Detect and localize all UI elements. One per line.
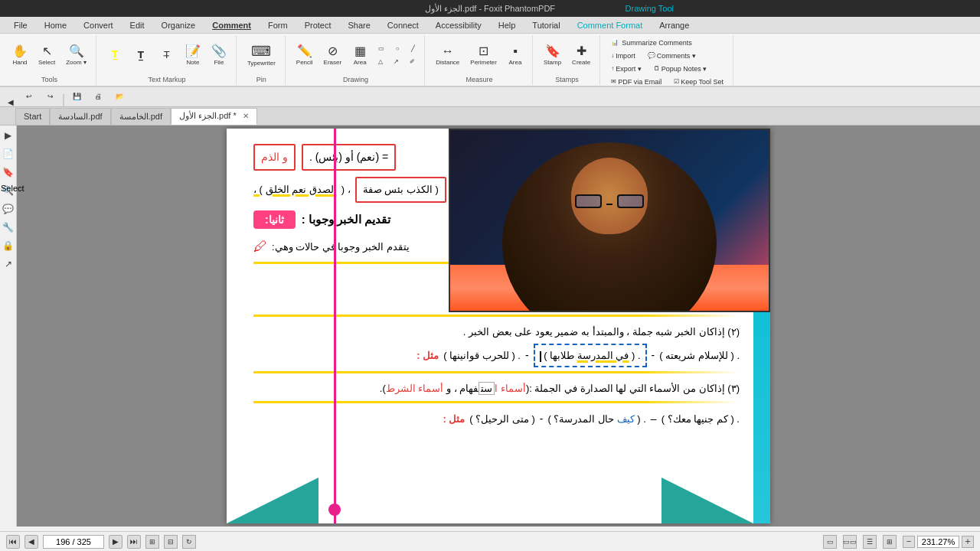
doc-tab-start[interactable]: Start [15, 108, 50, 125]
selected-example-box: . ( في المدرسة طلابها ) [534, 344, 647, 367]
case-3: (٣) إذاكان من الأسماء التي لها الصدارة ف… [253, 380, 747, 397]
eraser-btn[interactable]: ⊘ Eraser [319, 43, 347, 68]
summarize-comments-btn[interactable]: 📊 Summarize Comments [606, 37, 697, 49]
create-btn[interactable]: ✚ Create [567, 43, 595, 68]
left-nav-icon[interactable]: ▶ [2, 129, 15, 142]
typewriter-btn[interactable]: ⌨ Typewriter [243, 42, 280, 69]
summarize-icon: 📊 [611, 39, 619, 46]
rect-shape-btn[interactable]: ▭ [374, 43, 389, 54]
glass-bridge [606, 204, 613, 205]
group-drawing-label: Drawing [343, 76, 368, 83]
pencil2-shape-btn[interactable]: ✐ [405, 56, 420, 67]
left-tools-icon[interactable]: 🔧 [2, 220, 15, 234]
distance-btn[interactable]: ↔ Distance [431, 43, 464, 68]
import-btn[interactable]: ↓ Import [606, 50, 640, 62]
area-icon: ▪ [513, 45, 518, 57]
doc-tab-saadisa[interactable]: السادسة.pdf [50, 108, 110, 125]
tab-protect[interactable]: Protect [297, 19, 339, 31]
keep-tool-set-btn[interactable]: ☑ Keep Tool Set [669, 76, 728, 88]
export-btn[interactable]: ↑ Export ▾ [606, 63, 646, 75]
doc-tab-joz1[interactable]: الجزء الأول.pdf * ✕ [171, 108, 257, 125]
page-input[interactable] [43, 535, 104, 549]
cursor [540, 351, 541, 362]
poly-shape-btn[interactable]: △ [374, 56, 387, 67]
yellow-divider-3 [253, 371, 740, 373]
stamp-btn[interactable]: 🔖 Stamp [539, 43, 566, 68]
webcam-glasses [575, 194, 644, 210]
popup-notes-btn[interactable]: 🗒 Popup Notes ▾ [649, 63, 712, 75]
next-page-btn[interactable]: ▶ [109, 535, 122, 549]
perimeter-btn[interactable]: ⊡ Perimeter [466, 43, 501, 68]
underline-btn[interactable]: T̲ [129, 48, 153, 62]
area-btn[interactable]: ▪ Area [503, 43, 528, 68]
scroll-btn[interactable]: ☰ [863, 535, 877, 549]
math-label-3: مثل : [443, 413, 465, 425]
tab-convert[interactable]: Convert [76, 19, 121, 31]
left-search-icon[interactable]: 🔍 [2, 184, 15, 197]
first-page-btn[interactable]: ⏮ [6, 535, 20, 549]
zoom-input[interactable] [917, 536, 959, 548]
tab-help[interactable]: Help [491, 19, 524, 31]
tab-arrange[interactable]: Arrange [652, 19, 697, 31]
zoom-control: － ＋ [903, 536, 974, 548]
pencil-btn[interactable]: ✏️ Pencil [292, 43, 318, 68]
zoom-out-btn[interactable]: － [903, 536, 915, 548]
tab-organize[interactable]: Organize [154, 19, 204, 31]
circle-shape-btn[interactable]: ○ [390, 43, 404, 54]
tab-edit[interactable]: Edit [122, 19, 152, 31]
select-tool-btn[interactable]: ↖ Select [34, 43, 60, 68]
glass-right [575, 194, 602, 208]
left-page-icon[interactable]: 📄 [2, 147, 15, 161]
group-manage-comments: 📊 Summarize Comments ↓ Import 💬 Comments… [602, 35, 733, 85]
tab-accessibility[interactable]: Accessibility [428, 19, 489, 31]
fit-width-btn[interactable]: ⊟ [164, 535, 178, 549]
ribbon-content: ✋ Hand ↖ Select 🔍 Zoom ▾ Tools T̲ T̲ [0, 34, 980, 87]
group-text-markup-label: Text Markup [148, 76, 185, 83]
nav-prev-icon[interactable]: ◀ [3, 98, 18, 106]
status-bar: ⏮ ◀ ▶ ⏭ ⊞ ⊟ ↻ ▭ ▭▭ ☰ ⊞ － ＋ [0, 531, 980, 551]
left-comment-icon[interactable]: 💬 [2, 202, 15, 216]
doc-tab-close-btn[interactable]: ✕ [243, 112, 249, 120]
tab-form[interactable]: Form [260, 19, 296, 31]
tab-connect[interactable]: Connect [380, 19, 426, 31]
comments-btn[interactable]: 💬 Comments ▾ [643, 50, 701, 62]
tab-tutorial[interactable]: Tutorial [524, 19, 567, 31]
area-highlight-btn[interactable]: ▦ Area [348, 43, 372, 68]
two-page-btn[interactable]: ▭▭ [843, 535, 857, 549]
pink-circle [328, 504, 341, 516]
case-2-examples: . ( للإسلام شريعته ) - . ( في المدرسة طل… [253, 344, 747, 367]
last-page-btn[interactable]: ⏭ [127, 535, 141, 549]
save-btn[interactable]: 💾 [66, 86, 87, 106]
open-btn[interactable]: 📂 [109, 86, 130, 106]
pdf-via-email-btn[interactable]: ✉ PDF via Email [606, 76, 666, 88]
line-shape-btn[interactable]: ╱ [406, 43, 420, 54]
file-btn[interactable]: 📎 File [207, 43, 231, 68]
highlight-btn[interactable]: T̲ [103, 47, 127, 63]
rotate-btn[interactable]: ↻ [182, 535, 196, 549]
hand-tool-btn[interactable]: ✋ Hand [8, 43, 32, 68]
print-btn[interactable]: 🖨 [87, 86, 109, 106]
left-bookmark-icon[interactable]: 🔖 [2, 165, 15, 179]
group-drawing: ✏️ Pencil ⊘ Eraser ▦ Area ▭ ○ ╱ △ [287, 35, 425, 85]
tab-home[interactable]: Home [37, 19, 74, 31]
select-icon: ↖ [42, 45, 52, 57]
left-share-icon[interactable]: ↗ [2, 257, 15, 271]
spread-btn[interactable]: ⊞ [883, 535, 897, 549]
arrow-shape-btn[interactable]: ↗ [389, 56, 403, 67]
redo-btn[interactable]: ↪ [40, 86, 61, 106]
zoom-tool-btn[interactable]: 🔍 Zoom ▾ [61, 43, 91, 68]
zoom-in-btn[interactable]: ＋ [962, 536, 974, 548]
tab-share[interactable]: Share [340, 19, 377, 31]
pink-line [334, 129, 336, 523]
tab-comment[interactable]: Comment [204, 19, 259, 31]
fit-page-btn[interactable]: ⊞ [145, 535, 159, 549]
single-page-btn[interactable]: ▭ [823, 535, 837, 549]
note-btn[interactable]: 📝 Note [181, 43, 205, 68]
prev-page-btn[interactable]: ◀ [24, 535, 38, 549]
tab-comment-format[interactable]: Comment Format [570, 19, 651, 31]
doc-tab-khamisa[interactable]: الخامسة.pdf [111, 108, 171, 125]
undo-btn[interactable]: ↩ [18, 86, 40, 106]
left-lock-icon[interactable]: 🔒 [2, 239, 15, 253]
tab-file[interactable]: File [6, 19, 35, 31]
strikeout-btn[interactable]: T̶ [155, 48, 179, 62]
